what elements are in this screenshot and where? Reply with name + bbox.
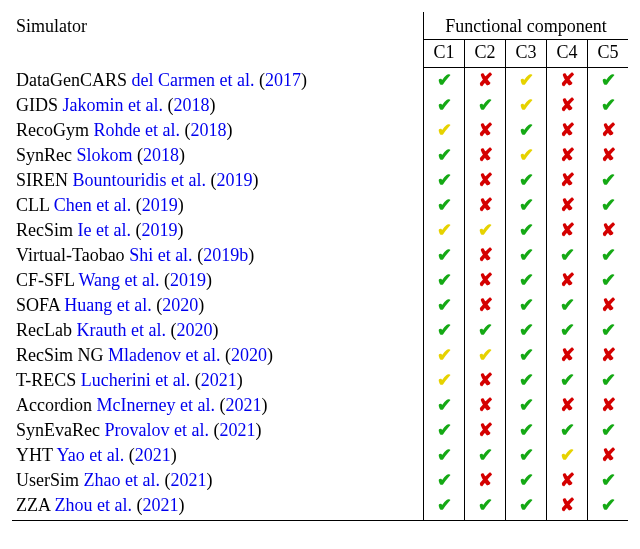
check-icon: ✔ [437,295,452,315]
mark-cell-c5: ✔ [588,68,629,94]
table-row: UserSim Zhao et al. (2021)✔✘✔✘✔ [12,468,628,493]
citation-year-link[interactable]: 2018 [143,145,179,165]
mark-cell-c2: ✔ [465,493,506,521]
simulator-name: UserSim [16,470,79,490]
simulator-name: Accordion [16,395,92,415]
citation-year-link[interactable]: 2019 [170,270,206,290]
citation-year-link[interactable]: 2019 [141,220,177,240]
citation-year-link[interactable]: 2018 [190,120,226,140]
check-icon: ✔ [601,195,616,215]
mark-cell-c4: ✔ [547,418,588,443]
mark-cell-c3: ✔ [506,393,547,418]
mark-cell-c5: ✘ [588,443,629,468]
check-icon: ✔ [437,170,452,190]
citation-link[interactable]: Krauth et al. [76,320,165,340]
mark-cell-c1: ✔ [424,493,465,521]
citation-link[interactable]: Lucherini et al. [81,370,190,390]
mark-cell-c1: ✔ [424,218,465,243]
check-icon: ✔ [519,295,534,315]
mark-cell-c5: ✔ [588,318,629,343]
citation-link[interactable]: Huang et al. [64,295,151,315]
mark-cell-c3: ✔ [506,368,547,393]
table-row: RecoGym Rohde et al. (2018)✔✘✔✘✘ [12,118,628,143]
citation-year-link[interactable]: 2019 [217,170,253,190]
check-icon: ✔ [478,95,493,115]
citation-text: Zhao et al. [84,470,160,490]
mark-cell-c3: ✔ [506,343,547,368]
citation-link[interactable]: Zhou et al. [55,495,132,515]
citation-link[interactable]: del Carmen et al. [132,70,255,90]
citation-link[interactable]: Yao et al. [57,445,125,465]
citation-year-link[interactable]: 2021 [219,420,255,440]
simulator-name: T-RECS [16,370,76,390]
table-row: SynEvaRec Provalov et al. (2021)✔✘✔✔✔ [12,418,628,443]
check-icon: ✔ [560,370,575,390]
table-row: DataGenCARS del Carmen et al. (2017)✔✘✔✘… [12,68,628,94]
citation-link[interactable]: Rohde et al. [93,120,179,140]
simulator-name: RecSim NG [16,345,104,365]
mark-cell-c1: ✔ [424,393,465,418]
citation-link[interactable]: Wang et al. [79,270,160,290]
mark-cell-c2: ✔ [465,218,506,243]
citation-year-link[interactable]: 2021 [170,470,206,490]
citation-link[interactable]: Shi et al. [129,245,193,265]
mark-cell-c3: ✔ [506,468,547,493]
check-icon: ✔ [560,245,575,265]
simulator-name: SIREN [16,170,68,190]
table-row: Virtual-Taobao Shi et al. (2019b)✔✘✔✔✔ [12,243,628,268]
cross-icon: ✘ [601,295,616,315]
citation-link[interactable]: Jakomin et al. [63,95,163,115]
mark-cell-c2: ✘ [465,243,506,268]
citation-link[interactable]: Bountouridis et al. [73,170,207,190]
check-icon: ✔ [437,470,452,490]
mark-cell-c1: ✔ [424,418,465,443]
citation-text: Rohde et al. [93,120,179,140]
simulator-name: ZZA [16,495,50,515]
citation-year-link[interactable]: 2021 [225,395,261,415]
check-icon: ✔ [478,445,493,465]
mark-cell-c2: ✔ [465,318,506,343]
citation-text: Shi et al. [129,245,193,265]
citation-year-link[interactable]: 2020 [162,295,198,315]
citation-link[interactable]: Ie et al. [78,220,131,240]
citation-link[interactable]: Chen et al. [54,195,131,215]
citation-link[interactable]: Provalov et al. [104,420,208,440]
citation-link[interactable]: McInerney et al. [96,395,214,415]
mark-cell-c4: ✔ [547,368,588,393]
citation-year-link[interactable]: 2021 [201,370,237,390]
mark-cell-c2: ✔ [465,443,506,468]
citation-year-link[interactable]: 2017 [265,70,301,90]
simulator-name: SynRec [16,145,72,165]
mark-cell-c4: ✔ [547,243,588,268]
table-row: CF-SFL Wang et al. (2019)✔✘✔✘✔ [12,268,628,293]
citation-text: Chen et al. [54,195,131,215]
mark-cell-c5: ✔ [588,168,629,193]
simulator-cell: GIDS Jakomin et al. (2018) [12,93,424,118]
mark-cell-c1: ✔ [424,118,465,143]
citation-year-link[interactable]: 2021 [135,445,171,465]
citation-year-link[interactable]: 2020 [176,320,212,340]
simulator-cell: CF-SFL Wang et al. (2019) [12,268,424,293]
mark-cell-c4: ✘ [547,393,588,418]
citation-link[interactable]: Zhao et al. [84,470,160,490]
citation-text: Wang et al. [79,270,160,290]
mark-cell-c2: ✘ [465,293,506,318]
col-header-c3: C3 [506,40,547,68]
partial-check-icon: ✔ [519,145,534,165]
citation-year-link[interactable]: 2019b [203,245,248,265]
citation-link[interactable]: Mladenov et al. [108,345,220,365]
mark-cell-c3: ✔ [506,418,547,443]
citation-link[interactable]: Slokom [77,145,133,165]
check-icon: ✔ [437,245,452,265]
simulator-name: CF-SFL [16,270,74,290]
citation-text: del Carmen et al. [132,70,255,90]
check-icon: ✔ [560,295,575,315]
citation-year-link[interactable]: 2020 [231,345,267,365]
citation-year-link[interactable]: 2018 [174,95,210,115]
citation-text: Zhou et al. [55,495,132,515]
citation-text: Krauth et al. [76,320,165,340]
citation-year-link[interactable]: 2021 [142,495,178,515]
cross-icon: ✘ [560,145,575,165]
mark-cell-c1: ✔ [424,243,465,268]
citation-year-link[interactable]: 2019 [142,195,178,215]
